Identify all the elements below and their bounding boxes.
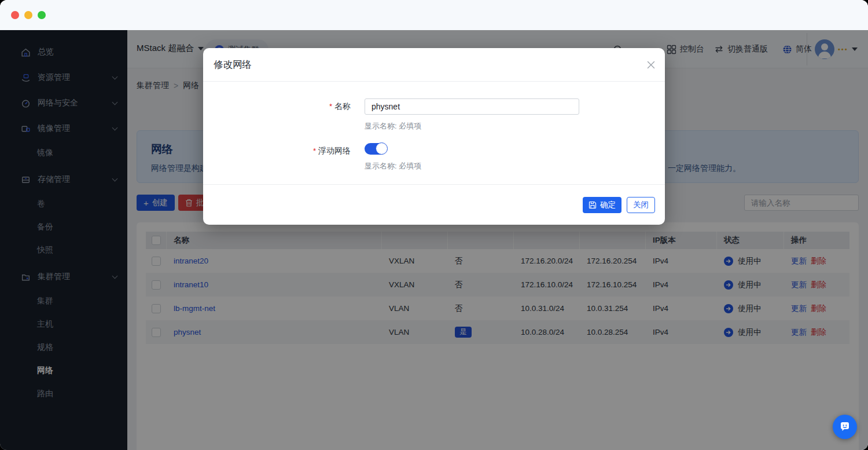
modal-close-button[interactable] — [645, 59, 657, 71]
edit-network-modal: 修改网络 *名称 显示名称: 必填项 *浮动网络 显示名称: 必填项 — [203, 48, 665, 225]
floating-network-toggle[interactable] — [365, 143, 387, 155]
name-field-label: *名称 — [203, 98, 351, 131]
modal-body: *名称 显示名称: 必填项 *浮动网络 显示名称: 必填项 — [203, 82, 665, 171]
macos-titlebar — [0, 0, 868, 30]
chat-smiley-icon — [838, 420, 852, 434]
modal-header: 修改网络 — [203, 48, 665, 82]
confirm-button[interactable]: 确定 — [583, 197, 621, 213]
zoom-window-button[interactable] — [38, 11, 46, 19]
traffic-lights — [11, 11, 46, 19]
floating-field-help: 显示名称: 必填项 — [365, 161, 421, 171]
floating-network-form-row: *浮动网络 显示名称: 必填项 — [203, 143, 665, 171]
close-window-button[interactable] — [11, 11, 19, 19]
floating-field-label: *浮动网络 — [203, 143, 351, 171]
required-asterisk: * — [313, 147, 316, 155]
name-field-help: 显示名称: 必填项 — [365, 121, 579, 131]
support-chat-button[interactable] — [833, 415, 857, 439]
required-asterisk: * — [329, 102, 332, 111]
minimize-window-button[interactable] — [24, 11, 32, 19]
close-button[interactable]: 关闭 — [627, 197, 655, 213]
close-icon — [646, 60, 656, 69]
name-input[interactable] — [365, 98, 579, 115]
app-window: 总览 资源管理 网络与安全 镜像管理 镜像 存储管理 — [0, 0, 868, 450]
modal-title: 修改网络 — [214, 58, 252, 71]
name-form-row: *名称 显示名称: 必填项 — [203, 98, 665, 131]
modal-footer: 确定 关闭 — [203, 184, 665, 225]
save-icon — [589, 201, 597, 209]
toggle-knob — [376, 142, 388, 155]
